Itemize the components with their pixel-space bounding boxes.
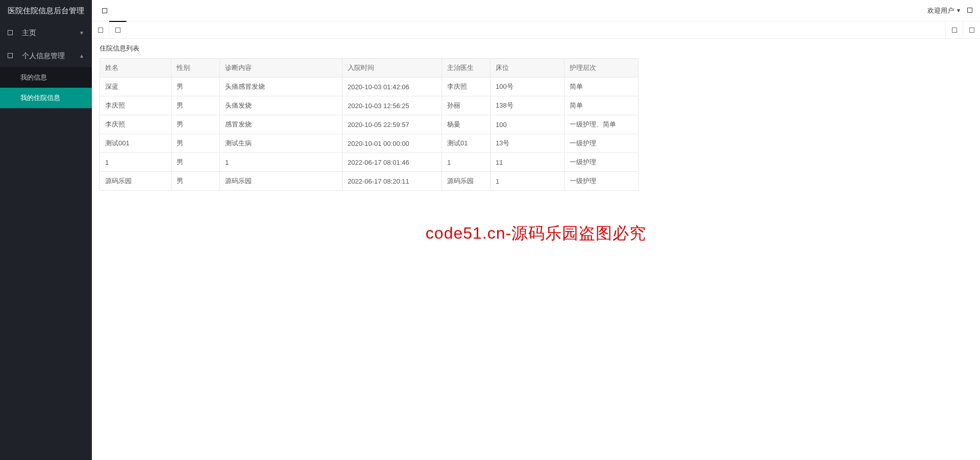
sidebar-item-label: 我的住院信息 bbox=[20, 93, 84, 103]
cell-diag: 源码乐园 bbox=[220, 172, 342, 191]
col-name: 姓名 bbox=[100, 59, 172, 78]
table-row[interactable]: 李庆照男头痛发烧2020-10-03 12:56:25孙丽138号简单 bbox=[100, 96, 639, 115]
cell-gender: 男 bbox=[172, 172, 220, 191]
cell-diag: 测试生病 bbox=[220, 134, 342, 153]
cell-level: 一级护理 bbox=[565, 172, 639, 191]
cell-doctor: 测试01 bbox=[442, 134, 491, 153]
cell-name: 深蓝 bbox=[100, 78, 172, 96]
chevron-down-icon: ▼ bbox=[79, 30, 84, 36]
table-row[interactable]: 源码乐园男源码乐园2022-06-17 08:20:11源码乐园1一级护理 bbox=[100, 172, 639, 191]
sidebar-item-label: 个人信息管理 bbox=[22, 52, 79, 61]
tab-current[interactable] bbox=[109, 21, 127, 38]
menu-icon bbox=[102, 8, 107, 13]
chevron-up-icon: ▲ bbox=[79, 53, 84, 59]
cell-gender: 男 bbox=[172, 134, 220, 153]
sidebar-nav: 主页 ▼ 个人信息管理 ▲ 我的信息 我的住院信息 bbox=[0, 21, 92, 460]
cell-level: 一级护理 bbox=[565, 134, 639, 153]
sidebar-item-personal[interactable]: 个人信息管理 ▲ bbox=[0, 44, 92, 67]
section-title: 住院信息列表 bbox=[92, 39, 980, 58]
chevron-left-icon bbox=[952, 28, 957, 33]
cell-gender: 男 bbox=[172, 78, 220, 96]
table-row[interactable]: 1男12022-06-17 08:01:46111一级护理 bbox=[100, 153, 639, 172]
cell-bed: 11 bbox=[491, 153, 565, 172]
cell-name: 李庆照 bbox=[100, 115, 172, 134]
cell-bed: 1 bbox=[491, 172, 565, 191]
user-menu[interactable]: 欢迎用户 ▼ bbox=[927, 6, 961, 15]
welcome-text: 欢迎用户 bbox=[927, 6, 954, 15]
sidebar-item-myhosp[interactable]: 我的住院信息 bbox=[0, 88, 92, 108]
sidebar-item-label: 主页 bbox=[22, 29, 79, 38]
col-doctor: 主治医生 bbox=[442, 59, 491, 78]
home-icon bbox=[98, 28, 103, 33]
tabs-bar bbox=[92, 21, 980, 39]
cell-diag: 感冒发烧 bbox=[220, 115, 342, 134]
cell-time: 2020-10-03 12:56:25 bbox=[342, 96, 442, 115]
cell-doctor: 孙丽 bbox=[442, 96, 491, 115]
sidebar: 医院住院信息后台管理 主页 ▼ 个人信息管理 ▲ 我的信息 我的住院信息 bbox=[0, 0, 92, 460]
cell-level: 简单 bbox=[565, 96, 639, 115]
col-diag: 诊断内容 bbox=[220, 59, 342, 78]
cell-time: 2020-10-05 22:59:57 bbox=[342, 115, 442, 134]
fullscreen-icon bbox=[967, 8, 972, 13]
cell-level: 一级护理 bbox=[565, 153, 639, 172]
cell-doctor: 杨曼 bbox=[442, 115, 491, 134]
cell-bed: 100号 bbox=[491, 78, 565, 96]
cell-time: 2022-06-17 08:20:11 bbox=[342, 172, 442, 191]
table-header-row: 姓名 性别 诊断内容 入院时间 主治医生 床位 护理层次 bbox=[100, 59, 639, 78]
table-row[interactable]: 测试001男测试生病2020-10-01 00:00:00测试0113号一级护理 bbox=[100, 134, 639, 153]
page-icon bbox=[115, 28, 120, 33]
cell-time: 2022-06-17 08:01:46 bbox=[342, 153, 442, 172]
cell-time: 2020-10-03 01:42:06 bbox=[342, 78, 442, 96]
home-icon bbox=[8, 30, 17, 37]
table-row[interactable]: 李庆照男感冒发烧2020-10-05 22:59:57杨曼100一级护理、简单 bbox=[100, 115, 639, 134]
hospital-table: 姓名 性别 诊断内容 入院时间 主治医生 床位 护理层次 深蓝男头痛感冒发烧20… bbox=[100, 58, 639, 191]
cell-level: 一级护理、简单 bbox=[565, 115, 639, 134]
cell-doctor: 李庆照 bbox=[442, 78, 491, 96]
cell-bed: 13号 bbox=[491, 134, 565, 153]
cell-bed: 138号 bbox=[491, 96, 565, 115]
sidebar-toggle-button[interactable] bbox=[100, 6, 110, 16]
cell-gender: 男 bbox=[172, 153, 220, 172]
sidebar-submenu: 我的信息 我的住院信息 bbox=[0, 67, 92, 108]
cell-name: 源码乐园 bbox=[100, 172, 172, 191]
cell-gender: 男 bbox=[172, 96, 220, 115]
col-level: 护理层次 bbox=[565, 59, 639, 78]
tab-prev-button[interactable] bbox=[945, 21, 963, 38]
cell-name: 1 bbox=[100, 153, 172, 172]
cell-diag: 头痛发烧 bbox=[220, 96, 342, 115]
cell-diag: 1 bbox=[220, 153, 342, 172]
col-time: 入院时间 bbox=[342, 59, 442, 78]
fullscreen-button[interactable] bbox=[967, 7, 972, 14]
cell-name: 李庆照 bbox=[100, 96, 172, 115]
table-row[interactable]: 深蓝男头痛感冒发烧2020-10-03 01:42:06李庆照100号简单 bbox=[100, 78, 639, 96]
cell-bed: 100 bbox=[491, 115, 565, 134]
cell-doctor: 源码乐园 bbox=[442, 172, 491, 191]
app-title: 医院住院信息后台管理 bbox=[0, 0, 92, 21]
header: 欢迎用户 ▼ bbox=[92, 0, 980, 21]
cell-level: 简单 bbox=[565, 78, 639, 96]
cell-gender: 男 bbox=[172, 115, 220, 134]
watermark: code51.cn-源码乐园盗图必究 bbox=[426, 222, 646, 245]
cell-diag: 头痛感冒发烧 bbox=[220, 78, 342, 96]
tab-home[interactable] bbox=[92, 21, 109, 38]
content: 住院信息列表 姓名 性别 诊断内容 入院时间 主治医生 床位 护理层次 bbox=[92, 39, 980, 460]
cell-name: 测试001 bbox=[100, 134, 172, 153]
main: 欢迎用户 ▼ 住院信息列表 姓名 bbox=[92, 0, 980, 460]
sidebar-item-myinfo[interactable]: 我的信息 bbox=[0, 67, 92, 88]
chevron-right-icon bbox=[969, 28, 974, 33]
cell-doctor: 1 bbox=[442, 153, 491, 172]
sidebar-item-label: 我的信息 bbox=[20, 73, 84, 82]
caret-down-icon: ▼ bbox=[956, 8, 961, 13]
tab-next-button[interactable] bbox=[963, 21, 980, 38]
col-bed: 床位 bbox=[491, 59, 565, 78]
cell-time: 2020-10-01 00:00:00 bbox=[342, 134, 442, 153]
sidebar-item-home[interactable]: 主页 ▼ bbox=[0, 21, 92, 44]
col-gender: 性别 bbox=[172, 59, 220, 78]
user-icon bbox=[8, 53, 17, 60]
